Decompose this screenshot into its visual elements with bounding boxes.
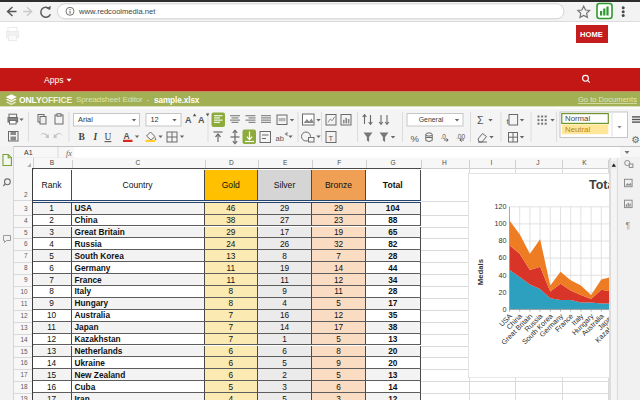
svg-text:Apps: Apps (44, 75, 64, 85)
svg-text:General: General (419, 116, 444, 123)
svg-text:80: 80 (498, 236, 506, 245)
svg-text:U: U (105, 132, 112, 142)
svg-text:A: A (185, 115, 192, 125)
svg-text:ONLYOFFICE: ONLYOFFICE (19, 95, 73, 105)
svg-text:A: A (124, 131, 130, 141)
svg-text:Arial: Arial (78, 115, 93, 124)
svg-text:A: A (198, 115, 205, 125)
svg-text:¶: ¶ (625, 220, 630, 230)
svg-text:60: 60 (498, 253, 506, 262)
svg-text:Go to Documents: Go to Documents (578, 95, 637, 104)
svg-text:12: 12 (151, 115, 159, 124)
svg-text:100: 100 (494, 219, 506, 228)
svg-text:20: 20 (498, 288, 506, 297)
svg-text:Spreadsheet Editor: Spreadsheet Editor (76, 96, 143, 105)
svg-text:-: - (147, 96, 150, 105)
svg-text:120: 120 (494, 202, 506, 211)
svg-text:www.redcoolmedia.net: www.redcoolmedia.net (78, 7, 156, 16)
svg-text:Neutral: Neutral (565, 125, 590, 134)
svg-text:B: B (79, 132, 86, 142)
svg-text:Normal: Normal (565, 114, 590, 123)
svg-text:40: 40 (498, 270, 506, 279)
svg-text:I: I (93, 132, 98, 142)
svg-text:sample.xlsx: sample.xlsx (154, 96, 200, 105)
svg-text:Σ: Σ (477, 113, 484, 125)
svg-text:Medals: Medals (476, 258, 485, 285)
svg-text:ab: ab (276, 134, 284, 143)
svg-text:T: T (329, 133, 334, 142)
svg-text:A1: A1 (24, 149, 33, 156)
svg-text:%: % (411, 132, 420, 143)
svg-text:.0: .0 (441, 133, 447, 140)
svg-text:⚙: ⚙ (632, 133, 640, 144)
svg-text:Total medals: Total medals (588, 178, 609, 192)
svg-text:fx: fx (66, 148, 72, 157)
